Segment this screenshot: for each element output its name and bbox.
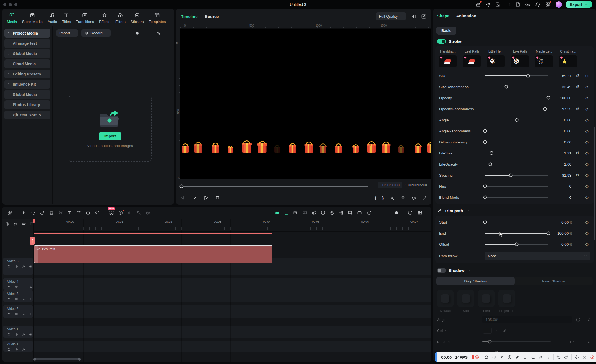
slider-value[interactable]: 0.00 [550, 140, 572, 144]
slider-value[interactable]: 33.49 [550, 85, 572, 89]
slider-handle[interactable] [526, 74, 530, 78]
cloud-upload-icon[interactable] [524, 0, 532, 9]
mark-out-button[interactable]: } [382, 196, 384, 201]
slider-track[interactable] [485, 162, 548, 166]
lock-track-icon[interactable] [7, 347, 11, 351]
task-list-icon[interactable] [494, 0, 502, 9]
magic-wand-icon[interactable] [22, 332, 25, 336]
slider-value[interactable]: 0.00% [550, 220, 572, 224]
mute-track-icon[interactable] [14, 312, 18, 316]
link-clips-icon[interactable] [22, 221, 26, 226]
zoom-out-icon[interactable] [367, 210, 372, 215]
magic-wand-icon[interactable] [22, 312, 25, 316]
track-header[interactable]: Video 5 [3, 258, 33, 275]
arrow-tool-icon[interactable] [498, 353, 506, 361]
slider-handle[interactable] [515, 118, 518, 122]
keyframe-diamond-icon[interactable]: ◇ [583, 73, 591, 78]
ai-assistant-icon[interactable] [273, 209, 281, 217]
slider-value[interactable]: 0 [550, 184, 572, 188]
slider-value[interactable]: 69.27 [550, 74, 572, 78]
gift-icon[interactable] [474, 0, 482, 9]
text-to-speech-icon[interactable] [126, 209, 134, 217]
reset-icon[interactable]: ↺ [574, 106, 581, 111]
keyframe-diamond-icon[interactable]: ◇ [585, 339, 593, 344]
slider-value[interactable]: 0.00 [550, 129, 572, 133]
preview-settings-icon[interactable] [390, 196, 395, 201]
keyframe-diamond-icon[interactable]: ◇ [585, 317, 593, 322]
record-restart-icon[interactable] [589, 353, 596, 361]
render-preview-icon[interactable] [310, 209, 318, 217]
mute-track-icon[interactable] [14, 297, 18, 301]
sidebar-item-influence-kit[interactable]: Influence Kit [4, 80, 50, 89]
reset-icon[interactable]: ↺ [574, 173, 581, 178]
slider-handle[interactable] [488, 163, 492, 166]
current-timecode[interactable]: 00:00:00:00 [378, 182, 402, 188]
sidebar-item-project-media[interactable]: Project Media [4, 29, 50, 38]
slider-track[interactable] [485, 140, 548, 144]
mute-track-icon[interactable] [14, 332, 18, 336]
shield-icon[interactable] [319, 209, 327, 217]
slider-value[interactable]: 100.00% [550, 231, 572, 235]
audio-mixer-icon[interactable] [337, 209, 345, 217]
keyframe-diamond-icon[interactable]: ◇ [583, 151, 591, 156]
slider-handle[interactable] [483, 185, 487, 188]
tab-filters[interactable]: Filters [113, 12, 127, 24]
record-dropdown-button[interactable]: Record [81, 29, 111, 37]
sidebar-item-global-media[interactable]: Global Media [4, 49, 50, 58]
shadow-type-tab[interactable]: Inner Shadow [515, 277, 593, 285]
stroke-toggle[interactable] [437, 39, 446, 44]
pencil-tool-icon[interactable] [514, 353, 521, 361]
thumbnail-size-slider[interactable] [131, 33, 151, 33]
slider-value[interactable]: 1.31 [550, 151, 572, 155]
slider-handle[interactable] [490, 151, 493, 155]
slider-track[interactable] [485, 151, 548, 155]
delete-icon[interactable] [47, 209, 55, 217]
preview-canvas[interactable] [180, 29, 431, 179]
translate-icon[interactable] [135, 209, 143, 217]
pause-record-button[interactable] [474, 353, 480, 361]
shadow-preset-item[interactable]: Soft [457, 290, 474, 313]
slider-value[interactable]: 81.93 [550, 173, 572, 177]
panel-scrollbar[interactable] [594, 127, 595, 240]
shadow-angle-input[interactable]: 135.00° [482, 316, 572, 323]
path-follow-dropdown[interactable]: None [485, 252, 590, 260]
keyframe-diamond-icon[interactable]: ◇ [583, 162, 591, 167]
mark-in-button[interactable]: { [375, 196, 376, 201]
shadow-type-tab[interactable]: Drop Shadow [436, 277, 515, 285]
slider-value[interactable]: 10 [552, 340, 574, 344]
tab-titles[interactable]: Titles [60, 12, 73, 24]
slider-handle[interactable] [488, 340, 492, 344]
mute-track-icon[interactable] [14, 347, 18, 351]
import-dropzone[interactable]: Import Videos, audios, and images [69, 96, 152, 162]
preview-scrubber[interactable] [180, 186, 368, 187]
keyframe-diamond-icon[interactable]: ◇ [583, 106, 591, 111]
magic-wand-icon[interactable] [22, 265, 25, 268]
stroke-preset-item[interactable]: Christma... ◆ ★ [558, 49, 578, 67]
undo-icon[interactable] [29, 209, 37, 217]
keyframe-diamond-icon[interactable]: ◇ [583, 129, 591, 133]
tab-timeline[interactable]: Timeline [181, 14, 198, 19]
next-frame-button[interactable] [192, 195, 197, 200]
track-lane[interactable] [34, 305, 431, 318]
track-header[interactable]: Video 1 [3, 326, 33, 338]
slider-value[interactable]: 100.00 [550, 96, 572, 100]
close-toolbar-icon[interactable] [581, 353, 588, 361]
edit-properties-icon[interactable] [75, 209, 83, 217]
tab-source[interactable]: Source [205, 14, 219, 19]
mute-track-icon[interactable] [14, 265, 18, 268]
move-toolbar-icon[interactable] [573, 353, 581, 361]
split-icon[interactable] [56, 209, 64, 217]
scrubber-handle[interactable] [180, 185, 183, 188]
filter-sort-icon[interactable] [156, 31, 161, 35]
slider-track[interactable] [485, 231, 548, 235]
magic-wand-icon[interactable] [22, 347, 25, 351]
volume-icon[interactable] [411, 196, 416, 201]
dock-layout-icon[interactable] [504, 0, 512, 9]
stroke-preset-item[interactable]: Maple Le... ◆ ☃ [534, 49, 554, 67]
tab-effects[interactable]: Effects [97, 12, 112, 24]
keyframe-add-icon[interactable] [93, 209, 101, 217]
slider-value[interactable]: 0.00% [550, 242, 572, 247]
slider-handle[interactable] [509, 174, 512, 177]
import-button[interactable]: Import [99, 132, 121, 140]
chevron-down-icon[interactable] [425, 211, 428, 214]
